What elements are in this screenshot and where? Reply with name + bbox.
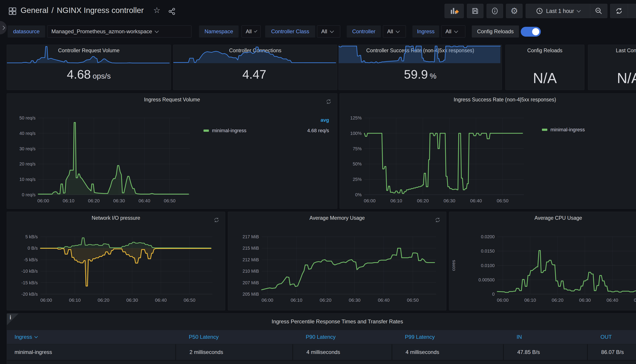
gear-icon: ⚙	[510, 7, 518, 15]
time-series-chart[interactable]: 5 kB/s0 B/s-5 kB/s-10 kB/s-15 kB/s-20 kB…	[7, 212, 225, 310]
column-header-out[interactable]: OUT	[587, 334, 636, 340]
add-panel-button[interactable]	[445, 4, 464, 18]
variable-label-controller: Controller	[347, 26, 381, 38]
svg-text:5 kB/s: 5 kB/s	[25, 234, 38, 239]
refresh-interval-picker[interactable]: 5s	[628, 8, 636, 14]
sort-chevron-icon	[34, 335, 38, 338]
svg-text:-20 kB/s: -20 kB/s	[22, 292, 38, 296]
legend-value: 4.68 req/s	[307, 128, 329, 134]
config-reloads-toggle[interactable]	[521, 27, 541, 36]
svg-text:-15 kB/s: -15 kB/s	[22, 280, 38, 285]
table-row[interactable]: minimal-ingress 2 milliseconds 4 millise…	[7, 344, 636, 360]
cell-in: 47.85 B/s	[503, 344, 587, 360]
svg-text:100%: 100%	[350, 131, 362, 136]
time-series-chart[interactable]: 205 MiB207 MiB210 MiB212 MiB215 MiB217 M…	[228, 212, 446, 310]
breadcrumb-section[interactable]: General	[21, 6, 49, 14]
panel-ingress-request-volume[interactable]: Ingress Request Volume 0 req/s10 req/s20…	[7, 93, 337, 209]
svg-text:30 req/s: 30 req/s	[20, 146, 36, 151]
datasource-select[interactable]: Managed_Prometheus_azmon-workspace	[47, 26, 191, 38]
panel-average-cpu-usage[interactable]: Average CPU Usage 00.005000.01000.01500.…	[449, 212, 636, 310]
svg-text:06:30: 06:30	[579, 298, 591, 302]
sparkline	[339, 45, 502, 64]
svg-text:-10 kB/s: -10 kB/s	[22, 269, 38, 274]
svg-text:0.0100: 0.0100	[481, 263, 495, 268]
svg-text:06:50: 06:50	[634, 298, 636, 302]
svg-text:10 req/s: 10 req/s	[20, 177, 36, 182]
dashboard-insights-button[interactable]	[486, 4, 503, 18]
variable-select-controller[interactable]: All	[383, 26, 406, 38]
refresh-group: 5s	[610, 4, 636, 18]
sparkline	[7, 45, 171, 64]
svg-text:0 B/s: 0 B/s	[28, 246, 38, 250]
cell-p99: 4 milliseconds	[392, 344, 503, 360]
svg-text:75%: 75%	[353, 146, 362, 151]
panel-ingress-success-rate[interactable]: Ingress Success Rate (non-4|5xx response…	[340, 93, 636, 209]
toggle-knob	[532, 28, 539, 35]
stat-panel-controller-request-volume[interactable]: Controller Request Volume 4.68ops/s	[7, 45, 171, 90]
refresh-button[interactable]	[610, 7, 628, 15]
legend: avg minimal-ingress 4.68 req/s	[204, 115, 329, 136]
zoom-out-button[interactable]	[590, 7, 607, 15]
legend-item[interactable]: minimal-ingress 4.68 req/s	[204, 125, 329, 136]
svg-text:50 req/s: 50 req/s	[20, 116, 36, 120]
svg-text:06:30: 06:30	[444, 198, 455, 203]
variable-select-namespace[interactable]: All	[242, 26, 261, 38]
svg-text:06:00: 06:00	[497, 298, 509, 302]
page-title: NGINX Ingress controller	[57, 6, 144, 14]
variable-label-controller-class: Controller Class	[265, 26, 315, 38]
stat-value: 4.68ops/s	[7, 67, 171, 82]
time-series-chart[interactable]: 0%25%50%75%100%125%06:0006:1006:2006:300…	[340, 94, 636, 208]
svg-text:125%: 125%	[350, 116, 362, 120]
column-header-p99[interactable]: P99 Latency	[392, 334, 503, 340]
panel-average-memory-usage[interactable]: Average Memory Usage 205 MiB207 MiB210 M…	[228, 212, 446, 310]
svg-text:06:00: 06:00	[364, 198, 376, 203]
time-series-chart[interactable]: 0 req/s10 req/s20 req/s30 req/s40 req/s5…	[7, 94, 337, 208]
time-series-chart[interactable]: 00.005000.01000.01500.020006:0006:1006:2…	[449, 212, 636, 310]
panel-ingress-percentile-table[interactable]: i Ingress Percentile Response Times and …	[7, 313, 636, 364]
add-panel-icon	[450, 6, 459, 16]
column-header-in[interactable]: IN	[503, 334, 587, 340]
favorite-star-icon[interactable]: ☆	[153, 6, 160, 14]
svg-text:06:50: 06:50	[407, 298, 419, 302]
svg-text:06:50: 06:50	[497, 198, 509, 203]
variable-select-controller-class[interactable]: All	[317, 26, 340, 38]
legend-header-avg[interactable]: avg	[204, 115, 329, 125]
time-range-picker[interactable]: Last 1 hour	[526, 7, 590, 15]
legend-label: minimal-ingress	[212, 128, 246, 134]
svg-text:06:40: 06:40	[155, 298, 167, 302]
svg-text:0.0150: 0.0150	[481, 248, 495, 254]
variable-label-ingress: Ingress	[412, 26, 439, 38]
cell-p90: 4 milliseconds	[292, 344, 392, 360]
chevron-down-icon	[254, 29, 257, 32]
svg-text:06:40: 06:40	[606, 298, 618, 302]
variable-value: All	[321, 28, 327, 34]
column-header-ingress[interactable]: Ingress	[7, 334, 175, 340]
legend-label: minimal-ingress	[550, 127, 585, 133]
refresh-icon	[615, 7, 623, 15]
svg-text:06:10: 06:10	[69, 298, 81, 302]
save-dashboard-button[interactable]	[467, 4, 483, 18]
stat-panel-config-reloads[interactable]: Config Reloads N/A	[505, 45, 584, 90]
variable-select-ingress[interactable]: All	[441, 26, 465, 38]
open-menu-handle[interactable]	[0, 21, 7, 34]
variable-label-namespace: Namespace	[199, 26, 239, 38]
dashboard-settings-button[interactable]: ⚙	[506, 4, 522, 18]
legend-item[interactable]: minimal-ingress	[542, 124, 585, 135]
legend-color-swatch	[542, 129, 547, 131]
share-icon[interactable]	[168, 7, 176, 16]
column-header-p50[interactable]: P50 Latency	[175, 334, 292, 340]
svg-text:06:20: 06:20	[552, 298, 564, 302]
column-header-p90[interactable]: P90 Latency	[292, 334, 392, 340]
svg-text:25%: 25%	[353, 177, 362, 182]
dashboards-grid-icon[interactable]	[8, 7, 17, 16]
stat-panel-last-config[interactable]: Last Config N/A	[588, 45, 636, 90]
stat-panel-controller-success-rate[interactable]: Controller Success Rate (non-4|5xx respo…	[338, 45, 502, 90]
panel-network-io-pressure[interactable]: Network I/O pressure 5 kB/s0 B/s-5 kB/s-…	[7, 212, 225, 310]
svg-text:06:00: 06:00	[37, 198, 49, 203]
stat-panel-controller-connections[interactable]: Controller Connections 4.47	[173, 45, 337, 90]
cell-ingress: minimal-ingress	[7, 344, 175, 360]
stat-value: N/A	[505, 70, 584, 86]
svg-text:06:10: 06:10	[291, 298, 302, 302]
svg-text:205 MiB: 205 MiB	[243, 292, 259, 296]
variable-value: All	[246, 28, 252, 34]
